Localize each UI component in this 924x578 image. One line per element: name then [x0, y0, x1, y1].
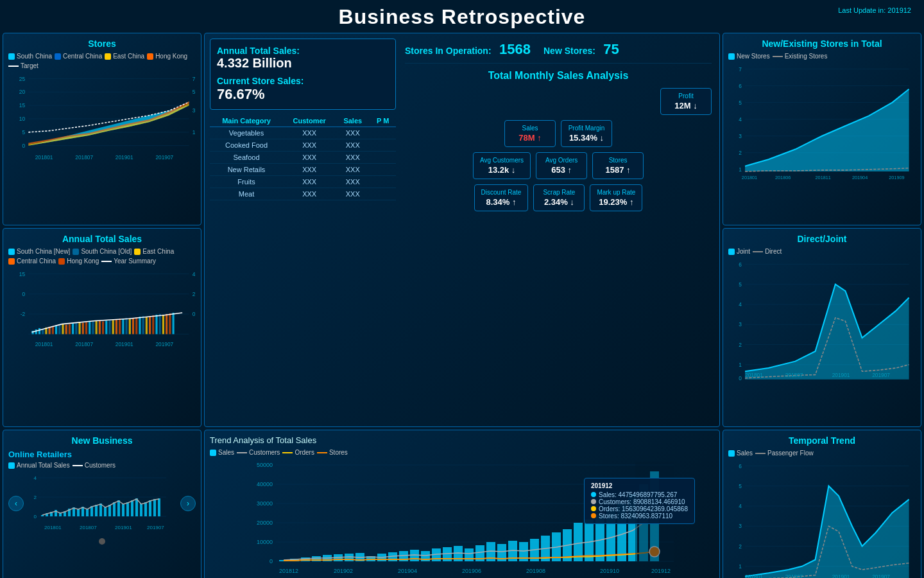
analysis-title: Total Monthly Sales Analysis [405, 70, 712, 82]
svg-rect-105 [126, 502, 129, 516]
svg-rect-72 [162, 315, 164, 334]
svg-marker-18 [28, 101, 189, 144]
col-category: Main Category [210, 115, 283, 127]
new-business-legend: Annual Total Sales Customers [8, 462, 196, 469]
new-existing-title: New/Existing Stores in Total [728, 39, 916, 49]
temporal-trend-panel: Temporal Trend Sales Passenger Flow 6 5 … [723, 430, 921, 578]
table-row: FruitsXXXXXX [210, 176, 396, 188]
svg-rect-111 [153, 499, 156, 516]
svg-text:201910: 201910 [600, 568, 619, 574]
svg-text:201902: 201902 [334, 568, 353, 574]
svg-text:201909: 201909 [889, 175, 904, 180]
trend-title: Trend Analysis of Total Sales [210, 435, 714, 445]
svg-text:5: 5 [22, 129, 25, 136]
svg-rect-70 [155, 315, 157, 334]
svg-text:0: 0 [34, 514, 37, 520]
annual-sales-panel: Annual Total Sales South China [New] Sou… [3, 228, 201, 427]
svg-text:201801: 201801 [745, 574, 763, 578]
svg-text:1: 1 [739, 166, 742, 173]
trend-panel: Trend Analysis of Total Sales Sales Cust… [204, 430, 720, 578]
svg-text:201807: 201807 [75, 341, 93, 347]
svg-rect-110 [149, 500, 151, 516]
svg-rect-48 [82, 323, 84, 335]
svg-text:2: 2 [193, 291, 196, 297]
stores-operation: Stores In Operation: 1568 [405, 41, 531, 58]
svg-text:201908: 201908 [526, 568, 545, 574]
trend-legend: Sales Customers Orders Stores [210, 449, 714, 456]
temporal-chart: 6 5 4 3 2 1 0 201801 201807 201901 20190… [728, 459, 916, 578]
svg-rect-107 [135, 498, 138, 516]
svg-rect-63 [132, 318, 134, 334]
svg-text:201901: 201901 [116, 154, 133, 161]
next-btn[interactable]: › [180, 496, 196, 511]
table-row: New RetailsXXXXXX [210, 164, 396, 176]
svg-rect-61 [125, 318, 127, 334]
svg-text:3: 3 [739, 523, 742, 529]
svg-text:4: 4 [193, 271, 196, 277]
svg-rect-58 [116, 319, 117, 334]
direct-joint-title: Direct/Joint [728, 234, 916, 244]
svg-text:201801: 201801 [44, 525, 62, 530]
current-store-value: 76.67% [217, 86, 389, 103]
table-row: SeafoodXXXXXX [210, 152, 396, 164]
temporal-title: Temporal Trend [728, 435, 916, 446]
svg-rect-62 [129, 319, 131, 334]
direct-joint-legend: Joint Direct [728, 248, 916, 255]
svg-rect-34 [35, 329, 37, 334]
new-business-title: New Business [8, 435, 196, 446]
svg-text:3: 3 [739, 133, 742, 139]
svg-text:0: 0 [22, 143, 25, 149]
svg-text:201807: 201807 [785, 574, 803, 578]
svg-text:5: 5 [739, 281, 742, 288]
svg-text:0: 0 [270, 558, 273, 565]
table-row: Cooked FoodXXXXXX [210, 139, 396, 152]
stores-title: Stores [8, 39, 196, 49]
svg-text:5: 5 [193, 89, 196, 95]
profit-margin-kpi: Profit Margin 15.34% ↓ [561, 120, 612, 147]
svg-text:40000: 40000 [257, 481, 273, 487]
svg-rect-42 [62, 324, 64, 335]
svg-text:201907: 201907 [872, 372, 890, 378]
svg-rect-45 [72, 324, 74, 335]
page-title: Business Retrospective [0, 0, 924, 31]
annual-total-label: Annual Total Sales: [217, 46, 300, 56]
svg-rect-65 [139, 317, 141, 334]
annual-total-value: 4.332 Billion [217, 56, 300, 71]
svg-text:2: 2 [34, 495, 37, 500]
svg-text:30000: 30000 [257, 500, 273, 507]
new-business-panel: New Business Online Retailers Annual Tot… [3, 430, 201, 578]
svg-rect-51 [92, 321, 94, 334]
svg-text:6: 6 [739, 463, 742, 469]
svg-text:0: 0 [739, 375, 742, 381]
sales-kpi: Sales 78M ↑ [504, 120, 556, 147]
svg-rect-46 [75, 323, 77, 335]
svg-text:50000: 50000 [257, 462, 273, 468]
svg-rect-64 [135, 317, 137, 334]
temporal-legend: Sales Passenger Flow [728, 450, 916, 457]
svg-text:2: 2 [739, 543, 742, 550]
svg-text:-2: -2 [21, 311, 26, 317]
svg-text:201901: 201901 [832, 372, 850, 378]
svg-rect-43 [65, 325, 67, 335]
svg-text:7: 7 [193, 76, 196, 82]
new-existing-panel: New/Existing Stores in Total New Stores … [723, 33, 921, 225]
svg-rect-108 [140, 504, 142, 516]
prev-btn[interactable]: ‹ [8, 496, 24, 511]
svg-rect-74 [169, 313, 171, 334]
svg-text:201901: 201901 [115, 525, 132, 530]
table-row: VegetablesXXXXXX [210, 127, 396, 139]
svg-text:201812: 201812 [279, 568, 298, 574]
svg-rect-146 [465, 548, 474, 561]
svg-text:201901: 201901 [832, 574, 850, 578]
category-table: Main Category Customer Sales P M Vegetab… [210, 115, 396, 200]
direct-joint-chart: 6 5 4 3 2 1 0 201801 201807 201901 20190… [728, 258, 916, 385]
svg-text:3: 3 [193, 107, 196, 114]
svg-text:201907: 201907 [155, 341, 173, 347]
annual-sales-legend: South China [New] South China [Old] East… [8, 248, 196, 265]
svg-text:201907: 201907 [155, 154, 173, 161]
svg-text:201807: 201807 [785, 372, 803, 378]
svg-rect-106 [131, 500, 133, 516]
svg-text:4: 4 [34, 475, 37, 481]
col-pm: P M [370, 115, 396, 127]
svg-text:201807: 201807 [75, 154, 93, 161]
